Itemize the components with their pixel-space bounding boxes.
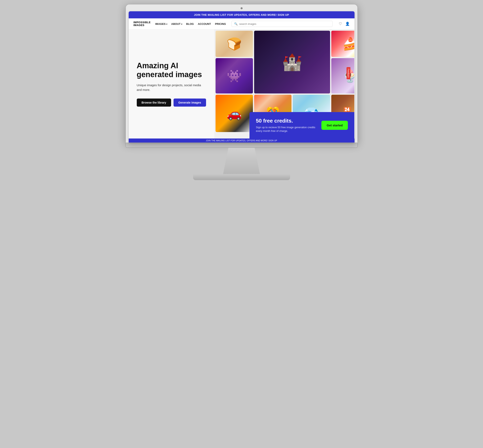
nav-blog[interactable]: BLOG bbox=[186, 22, 194, 25]
hero-subtitle: Unique images for design projects, socia… bbox=[137, 83, 206, 92]
image-icecream[interactable] bbox=[331, 58, 354, 94]
announcement-bar: JOIN THE MAILING LIST FOR UPDATES, OFFER… bbox=[129, 11, 354, 18]
logo-line1: IMPOSSIBLE bbox=[133, 21, 151, 24]
navbar: IMPOSSIBLE IMAGES IMAGES ABOUT BLOG ACCO… bbox=[129, 18, 354, 30]
announcement-text: JOIN THE MAILING LIST FOR UPDATES, OFFER… bbox=[194, 13, 278, 16]
hero-section: Amazing AI generated images Unique image… bbox=[129, 30, 354, 138]
logo[interactable]: IMPOSSIBLE IMAGES bbox=[133, 21, 150, 27]
image-fantasy[interactable] bbox=[254, 31, 330, 94]
nav-pricing[interactable]: PRICING bbox=[215, 22, 226, 25]
get-started-button[interactable]: Get started bbox=[321, 121, 348, 130]
nav-links: IMAGES ABOUT BLOG ACCOUNT PRICING bbox=[155, 22, 226, 25]
logo-line2: IMAGES bbox=[133, 24, 144, 27]
monitor-stand-neck bbox=[215, 148, 268, 174]
promo-banner: 50 free credits. Sign up to recieve 50 f… bbox=[249, 112, 354, 138]
wishlist-icon[interactable]: ♡ bbox=[339, 22, 342, 26]
image-strawberry-cake[interactable] bbox=[331, 31, 354, 57]
nav-right: ♡ 👤 bbox=[339, 22, 350, 26]
feedback-tab[interactable]: Feedback bbox=[346, 67, 350, 79]
nav-images[interactable]: IMAGES bbox=[155, 22, 167, 25]
image-monsters[interactable] bbox=[215, 58, 253, 94]
browse-library-button[interactable]: Browse the library bbox=[137, 98, 171, 107]
second-announcement-bar: JOIN THE MAILING LIST FOR UPDATES, OFFER… bbox=[129, 138, 354, 143]
promo-text: 50 free credits. Sign up to recieve 50 f… bbox=[256, 118, 321, 133]
image-toast[interactable] bbox=[215, 31, 253, 57]
monitor-screen: JOIN THE MAILING LIST FOR UPDATES, OFFER… bbox=[125, 4, 358, 143]
search-icon: 🔍 bbox=[234, 22, 237, 25]
promo-description: Sign up to recieve 50 free image generat… bbox=[256, 126, 321, 133]
announcement-cta[interactable]: SIGN UP bbox=[278, 13, 289, 16]
hero-right: Feedback 50 free credits. Sign up to rec… bbox=[214, 30, 354, 138]
second-bar-text: JOIN THE MAILING LIST FOR UPDATES, OFFER… bbox=[206, 139, 277, 142]
image-orange-car[interactable] bbox=[215, 95, 253, 132]
nav-about[interactable]: ABOUT bbox=[171, 22, 182, 25]
monitor-bezel bbox=[125, 143, 358, 148]
monitor-wrapper: JOIN THE MAILING LIST FOR UPDATES, OFFER… bbox=[120, 4, 363, 180]
account-icon[interactable]: 👤 bbox=[345, 22, 350, 26]
generate-images-button[interactable]: Generate images bbox=[173, 98, 206, 107]
search-input[interactable] bbox=[239, 22, 330, 25]
nav-account[interactable]: ACCOUNT bbox=[198, 22, 211, 25]
search-bar: 🔍 bbox=[231, 21, 333, 27]
monitor-base bbox=[193, 174, 290, 180]
hero-buttons: Browse the library Generate images bbox=[137, 98, 206, 107]
browser-window: JOIN THE MAILING LIST FOR UPDATES, OFFER… bbox=[129, 11, 354, 143]
camera-dot bbox=[241, 7, 243, 9]
hero-left: Amazing AI generated images Unique image… bbox=[129, 30, 214, 138]
promo-title: 50 free credits. bbox=[256, 118, 321, 124]
hero-title: Amazing AI generated images bbox=[137, 61, 206, 79]
